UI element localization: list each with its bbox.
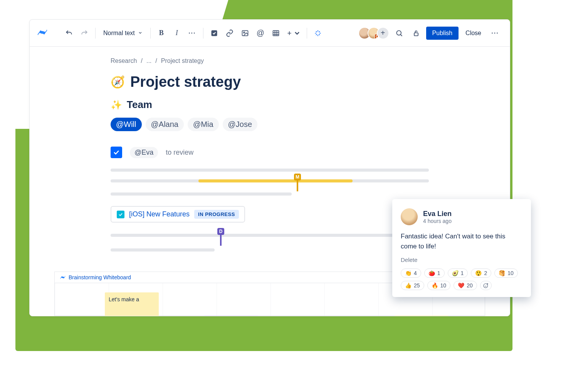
- comment-body: Fantastic idea! Can't wait to see this c…: [401, 231, 522, 251]
- confluence-small-icon: [60, 275, 66, 280]
- search-button[interactable]: [392, 26, 406, 40]
- breadcrumb: Research / ... / Project strategy: [111, 57, 429, 64]
- reaction-pancakes[interactable]: 🥞10: [494, 268, 518, 278]
- reaction-fire[interactable]: 🔥10: [427, 281, 451, 290]
- issue-card[interactable]: [iOS] New Features IN PROGRESS: [111, 206, 245, 223]
- issue-title: [iOS] New Features: [129, 210, 190, 218]
- undo-button[interactable]: [62, 26, 76, 40]
- text-style-label: Normal text: [103, 30, 135, 37]
- presence-avatars: C +: [361, 27, 389, 39]
- sticky-note-3[interactable]: [395, 316, 449, 316]
- issue-status: IN PROGRESS: [194, 210, 239, 219]
- page-title-icon: 🧭: [111, 75, 125, 89]
- mention-mia[interactable]: @Mia: [188, 118, 219, 131]
- more-formatting-button[interactable]: ···: [185, 26, 199, 40]
- timeline-row-4: D: [111, 233, 429, 238]
- breadcrumb-current: Project strategy: [161, 57, 204, 64]
- task-checkbox[interactable]: [111, 147, 122, 158]
- svg-rect-3: [273, 30, 279, 35]
- chevron-down-icon: [138, 30, 143, 37]
- timeline-row-2: M: [111, 178, 429, 184]
- reaction-tomato[interactable]: 🍅1: [424, 268, 445, 278]
- ai-button[interactable]: [311, 26, 325, 40]
- section-icon: ✨: [111, 100, 122, 110]
- comment-time: 4 hours ago: [423, 218, 452, 224]
- timeline-row-3: [111, 191, 429, 197]
- mention-button[interactable]: @: [254, 26, 267, 40]
- text-style-dropdown[interactable]: Normal text: [99, 26, 146, 40]
- whiteboard-title: Brainstorming Whiteboard: [69, 274, 131, 280]
- svg-point-6: [484, 284, 488, 288]
- task-mention[interactable]: @Eva: [130, 147, 158, 158]
- publish-button[interactable]: Publish: [426, 27, 459, 40]
- table-button[interactable]: [269, 26, 283, 40]
- insert-button[interactable]: [284, 26, 303, 40]
- reactions-row: 👏4 🍅1 🥑1 😲2 🥞10 👍25 🔥10 ❤️20: [401, 268, 522, 290]
- timeline-row-1: [111, 167, 429, 173]
- confluence-logo-icon[interactable]: [37, 27, 47, 39]
- timeline-row-5: [111, 247, 429, 253]
- italic-button[interactable]: I: [170, 26, 184, 40]
- page-title[interactable]: Project strategy: [130, 74, 241, 90]
- breadcrumb-root[interactable]: Research: [111, 57, 137, 64]
- comment-author: Eva Lien: [423, 210, 452, 218]
- restrictions-button[interactable]: [409, 26, 423, 40]
- redo-button[interactable]: [77, 26, 91, 40]
- comment-card: Eva Lien 4 hours ago Fantastic idea! Can…: [392, 199, 531, 297]
- svg-point-2: [244, 32, 245, 33]
- add-collaborator-button[interactable]: +: [377, 27, 389, 39]
- svg-rect-5: [414, 33, 418, 36]
- mention-alana[interactable]: @Alana: [146, 118, 184, 131]
- task-label: to review: [166, 149, 193, 157]
- section-title[interactable]: Team: [127, 99, 152, 111]
- reaction-heart[interactable]: ❤️20: [454, 281, 477, 290]
- comment-delete-button[interactable]: Delete: [401, 257, 522, 263]
- reaction-avocado[interactable]: 🥑1: [448, 268, 468, 278]
- reaction-clap[interactable]: 👏4: [401, 268, 421, 278]
- svg-point-4: [396, 30, 401, 35]
- reaction-wow[interactable]: 😲2: [471, 268, 491, 278]
- reaction-thumbsup[interactable]: 👍25: [401, 281, 424, 290]
- editor-toolbar: Normal text B I ··· @: [30, 20, 510, 47]
- mention-will[interactable]: @Will: [111, 118, 142, 131]
- issue-checkbox-icon: [117, 211, 124, 218]
- team-mentions: @Will @Alana @Mia @Jose: [111, 118, 429, 131]
- comment-avatar[interactable]: [401, 208, 418, 225]
- action-item-button[interactable]: [207, 26, 221, 40]
- sticky-note-2[interactable]: [204, 316, 258, 316]
- link-button[interactable]: [223, 26, 237, 40]
- task-row: @Eva to review: [111, 147, 429, 158]
- timeline-marker-d[interactable]: D: [217, 228, 224, 235]
- more-actions-button[interactable]: ···: [488, 26, 502, 40]
- close-button[interactable]: Close: [462, 27, 485, 40]
- bold-button[interactable]: B: [155, 26, 168, 40]
- mention-jose[interactable]: @Jose: [223, 118, 258, 131]
- image-button[interactable]: [238, 26, 252, 40]
- timeline-marker-m[interactable]: M: [294, 174, 301, 181]
- sticky-note-1[interactable]: Let's make a: [105, 292, 159, 316]
- breadcrumb-mid[interactable]: ...: [146, 57, 151, 64]
- add-reaction-button[interactable]: [480, 281, 492, 290]
